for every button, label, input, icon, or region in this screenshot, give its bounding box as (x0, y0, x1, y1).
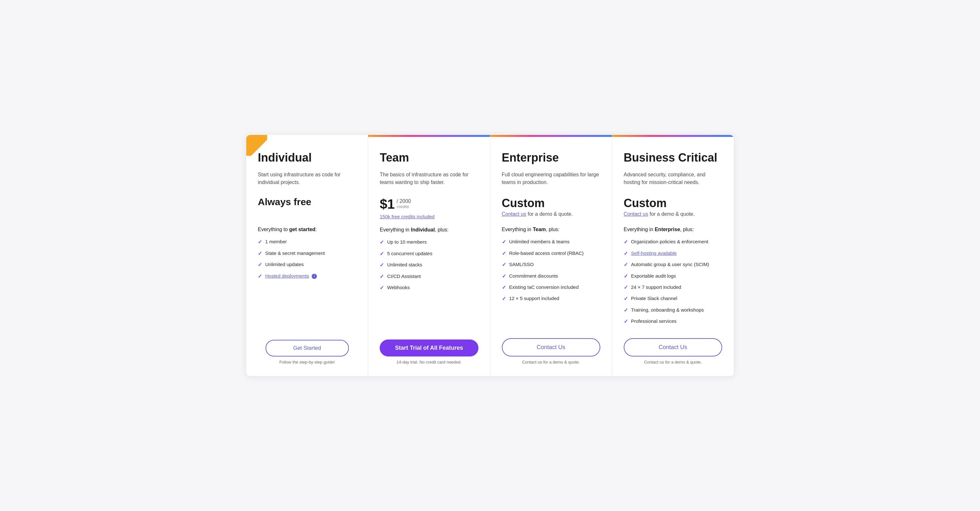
price-credits-block: / 2000 credits (397, 197, 411, 209)
features-team: Everything in Individual, plus: ✓Up to 1… (380, 227, 478, 326)
check-icon: ✓ (624, 273, 628, 280)
list-item: ✓ Unlimited updates (258, 261, 356, 268)
get-started-button[interactable]: Get Started (266, 340, 349, 357)
features-business-critical: Everything in Enterprise, plus: ✓Organiz… (624, 227, 722, 325)
check-icon: ✓ (502, 238, 506, 246)
list-item: ✓Self-hosting available (624, 250, 722, 257)
list-item: ✓Unlimited members & teams (502, 238, 600, 246)
check-icon: ✓ (258, 273, 262, 280)
price-amount-team: $1 / 2000 credits (380, 197, 478, 212)
cta-business-critical: Contact Us Contact us for a demo & quote… (624, 338, 722, 365)
check-icon: ✓ (380, 239, 384, 246)
list-item: ✓SAML/SSO (502, 261, 600, 268)
list-item: ✓Exportable audit logs (624, 273, 722, 280)
check-icon: ✓ (624, 318, 628, 325)
list-item: ✓5 concurrent updates (380, 250, 478, 257)
plan-name-business-critical: Business Critical (624, 151, 722, 165)
price-contact-line-business-critical: Contact us for a demo & quote. (624, 211, 722, 217)
list-item: ✓Up to 10 members (380, 238, 478, 246)
check-icon: ✓ (624, 238, 628, 246)
list-item: ✓Unlimited stacks (380, 261, 478, 269)
check-icon: ✓ (502, 273, 506, 280)
check-icon: ✓ (502, 295, 506, 302)
cta-subtext-business-critical: Contact us for a demo & quote. (644, 360, 702, 365)
cta-subtext-enterprise: Contact us for a demo & quote. (522, 360, 580, 365)
cta-team: Start Trial of All Features 14-day trial… (380, 340, 478, 365)
cta-enterprise: Contact Us Contact us for a demo & quote… (502, 338, 600, 365)
price-free-label: Always free (258, 197, 356, 208)
check-icon: ✓ (624, 261, 628, 268)
list-item: ✓Organization policies & enforcement (624, 238, 722, 246)
check-icon: ✓ (380, 284, 384, 291)
start-trial-button[interactable]: Start Trial of All Features (380, 340, 478, 357)
list-item: ✓Automatic group & user sync (SCIM) (624, 261, 722, 268)
plan-enterprise: Enterprise Full cloud engineering capabi… (490, 135, 612, 376)
price-dollar: $1 (380, 197, 395, 212)
contact-us-button-business-critical[interactable]: Contact Us (624, 338, 722, 357)
features-heading-enterprise: Everything in Team, plus: (502, 227, 600, 232)
plan-desc-individual: Start using infrastructure as code for i… (258, 171, 356, 187)
cta-subtext-team: 14-day trial. No credit card needed. (396, 360, 461, 365)
check-icon: ✓ (624, 284, 628, 291)
check-icon: ✓ (624, 295, 628, 302)
features-heading-business-critical: Everything in Enterprise, plus: (624, 227, 722, 232)
contact-us-link-business-critical[interactable]: Contact us (624, 211, 648, 217)
plan-price-enterprise: Custom Contact us for a demo & quote. (502, 197, 600, 219)
plan-team: Team The basics of infrastructure as cod… (368, 135, 490, 376)
list-item: ✓Existing IaC conversion included (502, 284, 600, 291)
info-icon[interactable]: i (312, 274, 317, 279)
list-item: ✓Private Slack channel (624, 295, 722, 302)
price-slash-credits: / 2000 (397, 198, 411, 204)
price-custom-business-critical: Custom (624, 197, 722, 210)
check-icon: ✓ (502, 284, 506, 291)
check-icon: ✓ (258, 250, 262, 257)
check-icon: ✓ (624, 307, 628, 314)
plan-price-individual: Always free (258, 197, 356, 219)
plan-desc-team: The basics of infrastructure as code for… (380, 171, 478, 187)
price-custom-enterprise: Custom (502, 197, 600, 210)
features-individual: Everything to get started: ✓ 1 member ✓ … (258, 227, 356, 327)
free-credits-link[interactable]: 150k free credits included (380, 214, 478, 219)
contact-us-button-enterprise[interactable]: Contact Us (502, 338, 600, 357)
feature-list-individual: ✓ 1 member ✓ State & secret management ✓… (258, 238, 356, 280)
features-heading-team: Everything in Individual, plus: (380, 227, 478, 233)
list-item: ✓ 1 member (258, 238, 356, 246)
list-item: ✓Role-based access control (RBAC) (502, 250, 600, 257)
plan-name-team: Team (380, 151, 478, 165)
plan-desc-enterprise: Full cloud engineering capabilities for … (502, 171, 600, 187)
list-item: ✓Commitment discounts (502, 273, 600, 280)
list-item: ✓24 × 7 support included (624, 284, 722, 291)
check-icon: ✓ (502, 261, 506, 268)
list-item: ✓ State & secret management (258, 250, 356, 257)
plan-price-business-critical: Custom Contact us for a demo & quote. (624, 197, 722, 219)
list-item: ✓Training, onboarding & workshops (624, 306, 722, 314)
check-icon: ✓ (380, 251, 384, 257)
plan-desc-business-critical: Advanced security, compliance, and hosti… (624, 171, 722, 187)
self-hosting-link[interactable]: Self-hosting available (631, 250, 677, 257)
hosted-deployments-link[interactable]: Hosted deployments (265, 273, 309, 279)
plan-name-individual: Individual (258, 151, 356, 165)
plan-name-enterprise: Enterprise (502, 151, 600, 165)
plan-business-critical: Business Critical Advanced security, com… (612, 135, 734, 376)
check-icon: ✓ (258, 238, 262, 246)
list-item: ✓CI/CD Assistant (380, 273, 478, 280)
features-heading-individual: Everything to get started: (258, 227, 356, 232)
check-icon: ✓ (502, 250, 506, 257)
price-contact-line-enterprise: Contact us for a demo & quote. (502, 211, 600, 217)
feature-list-business-critical: ✓Organization policies & enforcement ✓Se… (624, 238, 722, 325)
feature-list-team: ✓Up to 10 members ✓5 concurrent updates … (380, 238, 478, 291)
check-icon: ✓ (258, 261, 262, 268)
list-item: ✓Professional services (624, 318, 722, 325)
pricing-container: Individual Start using infrastructure as… (246, 135, 734, 376)
list-item: ✓12 × 5 support included (502, 295, 600, 302)
feature-list-enterprise: ✓Unlimited members & teams ✓Role-based a… (502, 238, 600, 302)
list-item: ✓Webhooks (380, 284, 478, 291)
plan-price-team: $1 / 2000 credits 150k free credits incl… (380, 197, 478, 219)
list-item: ✓ Hosted deployments i (258, 273, 356, 280)
price-credits-sub: credits (397, 204, 411, 209)
contact-us-link-enterprise[interactable]: Contact us (502, 211, 526, 217)
check-icon: ✓ (380, 273, 384, 280)
check-icon: ✓ (380, 262, 384, 269)
check-icon: ✓ (624, 250, 628, 257)
cta-subtext-individual: Follow the step-by-step guide! (279, 360, 335, 365)
